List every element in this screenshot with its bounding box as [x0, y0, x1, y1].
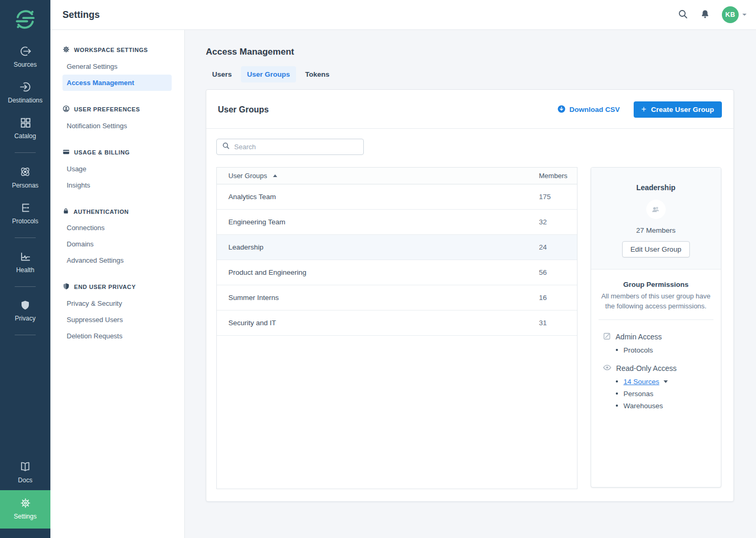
download-icon	[558, 105, 565, 115]
search-icon	[678, 9, 688, 21]
topbar: Settings	[50, 0, 756, 30]
sidebar-item-sources[interactable]: Sources	[0, 39, 50, 75]
gear-icon	[62, 46, 70, 54]
nav-item-suppressed-users[interactable]: Suppressed Users	[62, 312, 172, 328]
sidebar-item-label: Health	[16, 266, 35, 274]
user-groups-table: User Groups Members Analytics Team 175	[216, 167, 578, 489]
personas-icon	[19, 165, 32, 178]
avatar[interactable]: KB	[722, 6, 739, 23]
table-row[interactable]: Security and IT 31	[217, 311, 577, 336]
tab-bar: Users User Groups Tokens	[206, 66, 756, 82]
edit-icon	[603, 332, 611, 342]
user-groups-card: User Groups Download CSV	[206, 89, 734, 502]
table-row[interactable]: Summer Interns 16	[217, 285, 577, 311]
nav-item-general-settings[interactable]: General Settings	[62, 58, 172, 75]
nav-item-deletion-requests[interactable]: Deletion Requests	[62, 328, 172, 344]
sidebar-item-health[interactable]: Health	[0, 244, 50, 280]
bell-icon	[700, 9, 710, 21]
lock-icon	[62, 208, 69, 215]
nav-item-access-management[interactable]: Access Management	[62, 75, 172, 91]
read-only-access-group: Read-Only Access 14 Sources Personas	[598, 363, 713, 410]
column-header-user-groups[interactable]: User Groups	[228, 172, 267, 180]
credit-card-icon	[62, 148, 70, 157]
sidebar-item-label: Docs	[18, 477, 32, 484]
sidebar-item-label: Protocols	[12, 218, 38, 225]
tab-tokens[interactable]: Tokens	[299, 66, 335, 82]
plus-icon: +	[642, 105, 646, 113]
sidebar-item-protocols[interactable]: Protocols	[0, 195, 50, 231]
sidebar-divider	[15, 335, 36, 335]
table-row-selected[interactable]: Leadership 24	[217, 235, 577, 260]
column-header-members[interactable]: Members	[539, 172, 577, 180]
tab-user-groups[interactable]: User Groups	[241, 66, 297, 82]
nav-section-usage-billing: USAGE & BILLING	[50, 148, 184, 157]
chevron-down-icon	[742, 14, 747, 16]
sort-ascending-icon[interactable]	[273, 174, 277, 177]
read-only-access-label: Read-Only Access	[616, 364, 677, 373]
sidebar-divider	[15, 152, 36, 153]
group-detail-panel: Leadership	[591, 167, 721, 488]
privacy-icon	[19, 299, 31, 311]
sidebar-item-label: Destinations	[8, 97, 43, 104]
sidebar-item-settings[interactable]: Settings	[0, 490, 50, 529]
permissions-title: Group Permissions	[598, 281, 713, 288]
product-sidebar: Sources Destinations Catalog	[0, 0, 50, 538]
sidebar-item-label: Settings	[14, 513, 36, 520]
divider	[598, 319, 713, 320]
settings-nav: WORKSPACE SETTINGS General Settings Acce…	[50, 30, 185, 538]
segment-logo[interactable]	[13, 7, 37, 34]
sidebar-item-label: Personas	[12, 182, 39, 189]
tab-users[interactable]: Users	[206, 66, 238, 82]
nav-section-end-user-privacy: END USER PRIVACY	[50, 283, 184, 291]
nav-item-usage[interactable]: Usage	[62, 161, 172, 177]
docs-icon	[19, 460, 32, 473]
nav-item-privacy-security[interactable]: Privacy & Security	[62, 295, 172, 312]
search-input[interactable]	[234, 143, 358, 151]
edit-user-group-button[interactable]: Edit User Group	[622, 241, 690, 257]
nav-item-domains[interactable]: Domains	[62, 236, 172, 252]
chevron-down-icon[interactable]	[664, 380, 668, 383]
protocols-icon	[19, 202, 32, 214]
account-menu[interactable]: KB	[722, 6, 747, 23]
table-row[interactable]: Analytics Team 175	[217, 184, 577, 210]
permissions-description: All members of this user group have the …	[598, 292, 713, 312]
nav-item-notification-settings[interactable]: Notification Settings	[62, 118, 172, 134]
sidebar-item-destinations[interactable]: Destinations	[0, 75, 50, 110]
page-header-title: Settings	[62, 9, 100, 20]
sidebar-item-personas[interactable]: Personas	[0, 159, 50, 195]
nav-item-insights[interactable]: Insights	[62, 177, 172, 193]
sidebar-item-privacy[interactable]: Privacy	[0, 293, 50, 328]
table-row[interactable]: Product and Engineering 56	[217, 260, 577, 285]
table-row[interactable]: Engineering Team 32	[217, 210, 577, 235]
download-csv-button[interactable]: Download CSV	[558, 105, 620, 115]
nav-item-advanced-settings[interactable]: Advanced Settings	[62, 252, 172, 268]
app-root: Sources Destinations Catalog	[0, 0, 756, 538]
sidebar-divider	[15, 237, 36, 238]
user-circle-icon	[62, 105, 70, 113]
sources-link[interactable]: 14 Sources	[624, 378, 659, 386]
settings-gear-icon	[19, 497, 32, 509]
group-name: Leadership	[600, 183, 712, 192]
member-count: 27 Members	[600, 226, 712, 234]
shield-icon	[62, 283, 70, 291]
nav-section-workspace-settings: WORKSPACE SETTINGS	[50, 46, 184, 54]
table-header: User Groups Members	[217, 168, 577, 184]
nav-item-connections[interactable]: Connections	[62, 220, 172, 236]
admin-access-group: Admin Access Protocols	[598, 332, 713, 354]
sidebar-item-label: Privacy	[15, 315, 35, 322]
permission-item-sources[interactable]: 14 Sources	[616, 378, 713, 386]
search-box	[216, 139, 364, 155]
create-user-group-button[interactable]: + Create User Group	[634, 101, 722, 118]
sidebar-item-docs[interactable]: Docs	[0, 454, 50, 490]
sources-icon	[19, 45, 32, 57]
sidebar-divider	[15, 286, 36, 287]
search-icon	[222, 142, 230, 152]
permission-item: Protocols	[616, 346, 713, 354]
sidebar-item-catalog[interactable]: Catalog	[0, 110, 50, 146]
main-content: Access Management Users User Groups Toke…	[185, 30, 756, 538]
search-button[interactable]	[678, 9, 688, 21]
notifications-button[interactable]	[700, 9, 710, 21]
nav-section-authentication: AUTHENTICATION	[50, 208, 184, 215]
card-title: User Groups	[218, 105, 269, 115]
eye-icon	[603, 363, 612, 374]
